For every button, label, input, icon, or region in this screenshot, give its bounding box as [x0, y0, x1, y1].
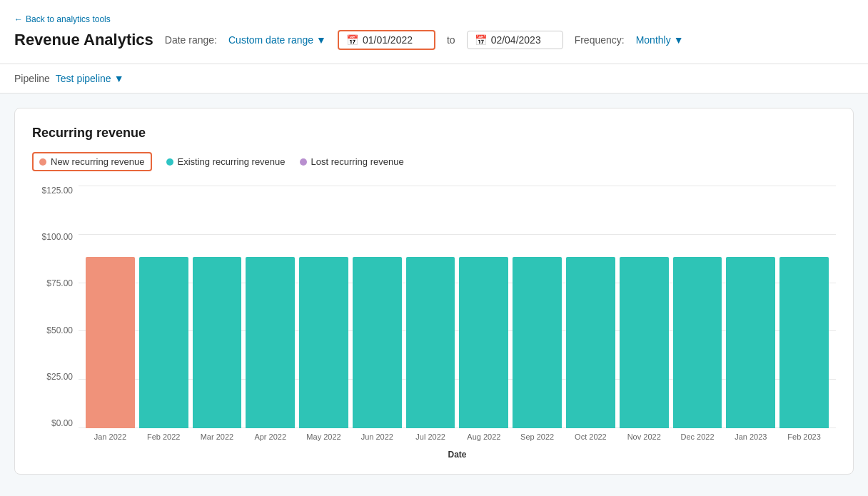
pipeline-select[interactable]: Test pipeline ▼ [56, 73, 124, 84]
bar-existing [193, 257, 242, 428]
bar-group [353, 257, 402, 428]
frequency-select[interactable]: Monthly ▼ [636, 34, 684, 46]
y-axis-label: $100.00 [42, 232, 73, 242]
y-axis: $125.00$100.00$75.00$50.00$25.00$0.00 [32, 186, 79, 428]
date-to-input[interactable] [491, 34, 555, 46]
pipeline-label: Pipeline [14, 73, 50, 84]
chart-plot-area [79, 186, 836, 428]
x-axis-title: Date [79, 450, 836, 460]
bar-existing [246, 257, 295, 428]
legend-label-existing: Existing recurring revenue [178, 156, 286, 167]
legend-item-lost[interactable]: Lost recurring revenue [300, 156, 404, 167]
bar-existing [353, 257, 402, 428]
bar-new [86, 257, 135, 428]
x-axis-label: Nov 2022 [620, 432, 669, 441]
bar-existing [673, 257, 722, 428]
bar-existing [726, 257, 775, 428]
x-axis-label: Jul 2022 [406, 432, 455, 441]
calendar-icon-to: 📅 [475, 34, 487, 46]
x-axis-label: Jan 2023 [726, 432, 775, 441]
bar-group [299, 257, 348, 428]
y-axis-label: $25.00 [46, 372, 73, 382]
x-axis-label: Apr 2022 [246, 432, 295, 441]
bar-group [779, 257, 829, 428]
y-axis-label: $75.00 [46, 278, 73, 288]
x-axis-label: Sep 2022 [513, 432, 562, 441]
page-title: Revenue Analytics [14, 31, 153, 49]
chevron-down-icon-freq: ▼ [674, 34, 684, 46]
x-axis-label: Jun 2022 [353, 432, 402, 441]
bar-group [673, 257, 722, 428]
calendar-icon-from: 📅 [346, 34, 358, 46]
x-axis-label: Feb 2023 [779, 432, 829, 441]
legend-item-new[interactable]: New recurring revenue [32, 152, 152, 171]
bar-group [513, 257, 562, 428]
y-axis-label: $125.00 [42, 186, 73, 196]
y-axis-label: $50.00 [46, 325, 73, 335]
chart-area: $125.00$100.00$75.00$50.00$25.00$0.00 Ja… [32, 186, 836, 457]
bar-existing [513, 257, 562, 428]
x-axis-label: May 2022 [299, 432, 348, 441]
chevron-down-icon-pipeline: ▼ [114, 73, 124, 84]
legend-label-lost: Lost recurring revenue [311, 156, 404, 167]
chart-legend: New recurring revenueExisting recurring … [32, 152, 836, 171]
bar-existing [620, 257, 669, 428]
bar-existing [566, 257, 615, 428]
bar-existing [459, 257, 508, 428]
x-axis-label: Mar 2022 [193, 432, 242, 441]
date-range-select[interactable]: Custom date range ▼ [228, 34, 326, 46]
legend-dot-new [39, 158, 46, 166]
x-axis-label: Dec 2022 [673, 432, 722, 441]
bar-existing [299, 257, 348, 428]
x-axis-label: Oct 2022 [566, 432, 615, 441]
date-range-label: Date range: [165, 34, 217, 46]
bar-existing [406, 257, 455, 428]
chevron-down-icon: ▼ [316, 34, 326, 46]
bar-group [193, 257, 242, 428]
legend-dot-existing [166, 158, 173, 166]
bar-group [86, 257, 135, 428]
frequency-label: Frequency: [575, 34, 625, 46]
bar-group [620, 257, 669, 428]
y-axis-label: $0.00 [51, 418, 73, 428]
legend-label-new: New recurring revenue [51, 156, 145, 167]
bar-group [139, 257, 188, 428]
bar-group [459, 257, 508, 428]
bar-group [246, 257, 295, 428]
pipeline-bar: Pipeline Test pipeline ▼ [0, 64, 868, 93]
chart-title: Recurring revenue [32, 126, 836, 141]
date-from-input[interactable] [363, 34, 427, 46]
bar-group [406, 257, 455, 428]
back-link[interactable]: ← Back to analytics tools [14, 14, 854, 24]
bar-group [726, 257, 775, 428]
legend-dot-lost [300, 158, 307, 166]
chevron-left-icon: ← [14, 14, 23, 24]
x-axis-label: Aug 2022 [459, 432, 508, 441]
to-label: to [447, 34, 455, 46]
bar-existing [139, 257, 188, 428]
legend-item-existing[interactable]: Existing recurring revenue [166, 156, 286, 167]
x-axis-label: Feb 2022 [139, 432, 188, 441]
bar-existing [779, 257, 829, 428]
bars-container [79, 186, 836, 428]
bar-group [566, 257, 615, 428]
date-to-input-wrapper: 📅 [467, 31, 563, 49]
x-axis-label: Jan 2022 [86, 432, 135, 441]
date-from-input-wrapper: 📅 [338, 30, 435, 50]
chart-card: Recurring revenue New recurring revenueE… [14, 108, 854, 475]
